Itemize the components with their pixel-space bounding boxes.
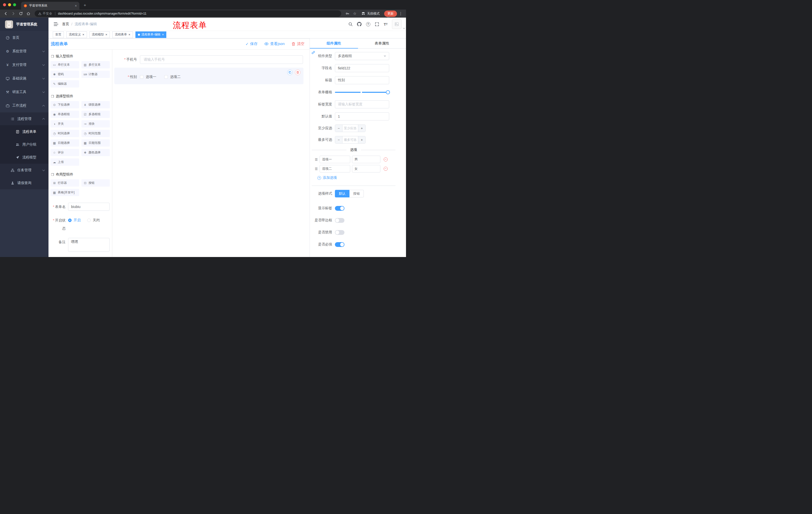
palette-item-table[interactable]: ▦表格[开发中] xyxy=(51,189,79,196)
home-icon[interactable] xyxy=(25,10,32,17)
close-icon[interactable]: × xyxy=(82,33,84,36)
avatar[interactable] xyxy=(392,19,402,29)
palette-item-cascader[interactable]: ⋔级联选择 xyxy=(81,101,110,108)
palette-item-row-container[interactable]: ⊞行容器 xyxy=(51,179,79,187)
tag-process-definition[interactable]: 流程定义 × xyxy=(66,31,87,38)
sidebar-item-task-management[interactable]: 任务管理 xyxy=(0,164,49,177)
close-window-button[interactable] xyxy=(3,3,6,6)
minimize-window-button[interactable] xyxy=(8,3,11,6)
save-button[interactable]: ✓ 保存 xyxy=(245,42,258,46)
decrease-button[interactable]: − xyxy=(335,136,343,143)
palette-item-rate[interactable]: ☆评分 xyxy=(51,149,79,156)
palette-item-single-text[interactable]: ▭单行文本 xyxy=(51,61,79,69)
form-remark-textarea[interactable]: 嘿嘿 xyxy=(68,238,110,252)
tag-home[interactable]: 首页 xyxy=(53,31,64,38)
option-label-input[interactable]: 选项二 xyxy=(320,165,350,172)
sidebar-item-infrastructure[interactable]: 基础设施 xyxy=(0,72,49,85)
slider-handle[interactable] xyxy=(386,90,390,94)
palette-item-time-range[interactable]: ◷时间范围 xyxy=(81,130,110,137)
form-name-input[interactable]: biubiu xyxy=(68,203,110,211)
fullscreen-icon[interactable] xyxy=(374,22,379,27)
option-label-input[interactable]: 选项一 xyxy=(320,156,350,163)
sidebar-item-leave-query[interactable]: 请假查询 xyxy=(0,177,49,189)
delete-widget-button[interactable] xyxy=(295,70,300,75)
sidebar-item-process-model[interactable]: 流程模型 xyxy=(0,151,49,164)
sidebar-item-workflow[interactable]: 工作流程 xyxy=(0,99,49,112)
browser-menu-icon[interactable]: ⋮ xyxy=(398,11,404,16)
font-size-icon[interactable]: TT xyxy=(383,22,388,27)
address-bar[interactable]: 不安全 dashboard.yudao.iocoder.cn/bpm/manag… xyxy=(35,10,341,17)
link-icon[interactable] xyxy=(311,51,315,56)
forward-icon[interactable] xyxy=(10,10,17,17)
min-select-input[interactable]: 至少应选 xyxy=(343,125,358,132)
palette-item-password[interactable]: ✱密码 xyxy=(51,71,79,78)
help-icon[interactable]: ? xyxy=(366,22,371,27)
breadcrumb-home[interactable]: 首页 xyxy=(62,22,69,26)
add-option-button[interactable]: + 添加选项 xyxy=(317,175,401,180)
phone-input[interactable]: 请输入手机号 xyxy=(140,55,303,64)
close-tab-icon[interactable]: × xyxy=(75,4,77,8)
drag-handle-icon[interactable]: ☰ xyxy=(315,167,318,171)
sidebar-item-user-group[interactable]: 用户分组 xyxy=(0,138,49,151)
palette-item-upload[interactable]: ☁上传 xyxy=(51,158,79,166)
view-json-button[interactable]: 查看json xyxy=(264,42,285,46)
style-default-button[interactable]: 默认 xyxy=(335,190,349,197)
status-on-radio[interactable]: 开启 xyxy=(68,218,81,222)
sidebar-item-payment[interactable]: ¥ 支付管理 xyxy=(0,58,49,72)
palette-item-radio-group[interactable]: ◉单选框组 xyxy=(51,111,79,118)
drag-handle-icon[interactable]: ☰ xyxy=(315,158,318,161)
checkbox[interactable] xyxy=(140,75,143,79)
sidebar-item-process-form[interactable]: 流程表单 xyxy=(0,125,49,138)
border-switch[interactable] xyxy=(335,218,344,223)
option-value-input[interactable]: 男 xyxy=(352,156,380,163)
widget-gender-selected[interactable]: *性别 选项一 选项二 xyxy=(114,67,303,84)
close-icon[interactable]: × xyxy=(128,33,130,36)
increase-button[interactable]: + xyxy=(358,136,365,143)
disabled-switch[interactable] xyxy=(335,230,344,235)
form-grid-slider[interactable] xyxy=(335,88,389,96)
tab-component-properties[interactable]: 组件属性 xyxy=(310,38,358,48)
gender-option2-checkbox[interactable]: 选项二 xyxy=(164,75,181,79)
palette-item-date-range[interactable]: ▦日期范围 xyxy=(81,139,110,146)
copy-widget-button[interactable] xyxy=(287,70,293,75)
palette-item-button[interactable]: ⊡按钮 xyxy=(81,179,110,187)
remove-option-button[interactable]: − xyxy=(384,157,388,161)
palette-item-counter[interactable]: 123计数器 xyxy=(81,71,110,78)
label-width-input[interactable]: 请输入标签宽度 xyxy=(335,100,389,108)
clear-button[interactable]: 清空 xyxy=(291,42,304,46)
max-select-input[interactable]: 最多可选 xyxy=(343,136,358,143)
palette-item-checkbox-group[interactable]: ☑多选框组 xyxy=(81,111,110,118)
palette-item-color[interactable]: ❖颜色选择 xyxy=(81,149,110,156)
required-switch[interactable] xyxy=(335,242,344,247)
tag-process-model[interactable]: 流程模型 × xyxy=(89,31,110,38)
increase-button[interactable]: + xyxy=(358,125,365,132)
slider-track[interactable] xyxy=(335,92,389,93)
browser-tab[interactable]: 芋道管理系统 × xyxy=(21,2,79,9)
decrease-button[interactable]: − xyxy=(335,125,343,132)
security-indicator[interactable]: 不安全 xyxy=(38,11,52,16)
search-icon[interactable] xyxy=(348,22,353,27)
reload-icon[interactable] xyxy=(18,10,24,17)
gender-option1-checkbox[interactable]: 选项一 xyxy=(140,75,156,79)
sidebar-item-home[interactable]: 首页 xyxy=(0,31,49,45)
checkbox[interactable] xyxy=(164,75,168,79)
status-off-radio[interactable]: 关闭 xyxy=(87,218,100,222)
show-label-switch[interactable] xyxy=(335,206,344,211)
palette-item-time[interactable]: ◷时间选择 xyxy=(51,130,79,137)
widget-phone[interactable]: *手机号 请输入手机号 xyxy=(114,54,303,65)
option-value-input[interactable]: 女 xyxy=(352,165,380,172)
maximize-window-button[interactable] xyxy=(13,3,16,6)
sidebar-item-system[interactable]: ⚙ 系统管理 xyxy=(0,45,49,58)
title-input[interactable]: 性别 xyxy=(335,76,389,84)
palette-item-switch[interactable]: ◑开关 xyxy=(51,120,79,128)
sidebar-logo[interactable]: 芋道管理系统 xyxy=(0,18,49,31)
back-icon[interactable] xyxy=(2,10,9,17)
close-icon[interactable]: × xyxy=(106,33,108,36)
tab-form-properties[interactable]: 表单属性 xyxy=(358,38,406,48)
new-tab-button[interactable]: + xyxy=(82,3,87,8)
tag-process-form[interactable]: 流程表单 × xyxy=(112,31,133,38)
style-button-button[interactable]: 按钮 xyxy=(349,190,364,197)
password-key-icon[interactable] xyxy=(344,10,351,17)
default-value-input[interactable]: 1 xyxy=(335,112,389,120)
remove-option-button[interactable]: − xyxy=(384,167,388,171)
